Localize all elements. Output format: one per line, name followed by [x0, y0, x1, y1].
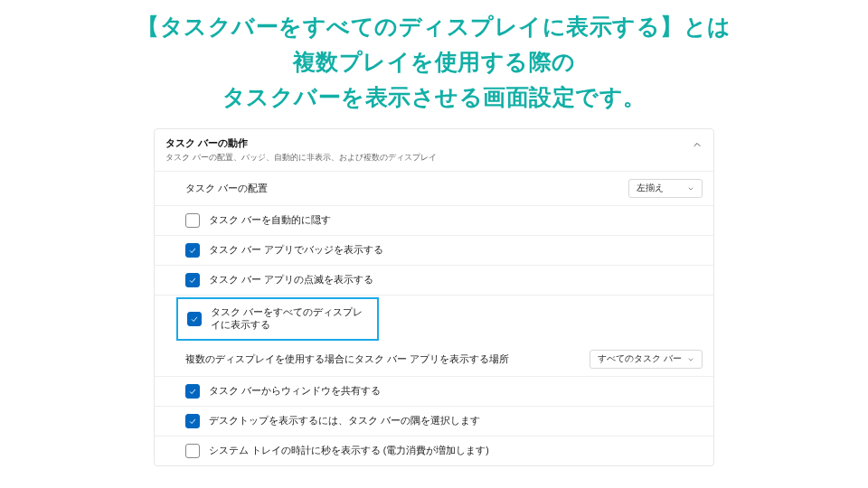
check-icon: [188, 417, 197, 426]
clock-seconds-label: システム トレイの時計に秒を表示する (電力消費が増加します): [209, 445, 489, 457]
chevron-down-icon: [687, 185, 694, 192]
panel-header[interactable]: タスク バーの動作 タスク バーの配置、バッジ、自動的に非表示、および複数のディ…: [155, 129, 713, 172]
flash-label: タスク バー アプリの点滅を表示する: [209, 274, 373, 286]
row-all-displays[interactable]: タスク バーをすべてのディスプレイに表示する: [178, 299, 377, 339]
multi-display-select[interactable]: すべてのタスク バー: [590, 350, 703, 369]
panel-title: タスク バーの動作: [165, 136, 437, 150]
alignment-select[interactable]: 左揃え: [628, 179, 703, 198]
share-window-label: タスク バーからウィンドウを共有する: [209, 385, 381, 398]
alignment-label: タスク バーの配置: [185, 183, 268, 195]
row-share-window[interactable]: タスク バーからウィンドウを共有する: [155, 377, 713, 407]
checkbox-all-displays[interactable]: [187, 312, 202, 326]
chevron-up-icon: [692, 139, 703, 150]
autohide-label: タスク バーを自動的に隠す: [209, 214, 331, 227]
row-autohide[interactable]: タスク バーを自動的に隠す: [155, 206, 713, 236]
all-displays-label: タスク バーをすべてのディスプレイに表示する: [211, 306, 370, 332]
alignment-select-value: 左揃え: [637, 183, 664, 194]
checkbox-desktop-corner[interactable]: [185, 414, 200, 428]
panel-subtitle: タスク バーの配置、バッジ、自動的に非表示、および複数のディスプレイ: [165, 152, 437, 164]
taskbar-behavior-panel: タスク バーの動作 タスク バーの配置、バッジ、自動的に非表示、および複数のディ…: [154, 128, 714, 466]
multi-display-label: 複数のディスプレイを使用する場合にタスク バー アプリを表示する場所: [185, 353, 509, 366]
highlight-all-displays: タスク バーをすべてのディスプレイに表示する: [176, 297, 379, 341]
badges-label: タスク バー アプリでバッジを表示する: [209, 244, 383, 257]
check-icon: [190, 314, 199, 324]
headline-line2: 複数プレイを使用する際の: [0, 44, 868, 80]
check-icon: [188, 246, 197, 255]
headline-line1: 【タスクバーをすべてのディスプレイに表示する】とは: [0, 9, 868, 44]
checkbox-autohide[interactable]: [185, 213, 200, 228]
checkbox-share-window[interactable]: [185, 384, 200, 399]
desktop-corner-label: デスクトップを表示するには、タスク バーの隅を選択します: [209, 415, 480, 427]
row-flash[interactable]: タスク バー アプリの点滅を表示する: [155, 266, 713, 296]
checkbox-clock-seconds[interactable]: [185, 444, 200, 458]
headline: 【タスクバーをすべてのディスプレイに表示する】とは 複数プレイを使用する際の タ…: [0, 0, 868, 114]
check-icon: [188, 276, 197, 285]
check-icon: [188, 387, 197, 396]
chevron-down-icon: [687, 356, 694, 363]
row-alignment: タスク バーの配置 左揃え: [155, 172, 713, 206]
row-desktop-corner[interactable]: デスクトップを表示するには、タスク バーの隅を選択します: [155, 407, 713, 436]
row-clock-seconds[interactable]: システム トレイの時計に秒を表示する (電力消費が増加します): [155, 436, 713, 465]
checkbox-badges[interactable]: [185, 243, 200, 258]
checkbox-flash[interactable]: [185, 273, 200, 287]
row-multi-display-where: 複数のディスプレイを使用する場合にタスク バー アプリを表示する場所 すべてのタ…: [155, 343, 713, 377]
headline-line3: タスクバーを表示させる画面設定です。: [0, 80, 868, 115]
row-badges[interactable]: タスク バー アプリでバッジを表示する: [155, 236, 713, 266]
multi-display-select-value: すべてのタスク バー: [598, 353, 682, 365]
